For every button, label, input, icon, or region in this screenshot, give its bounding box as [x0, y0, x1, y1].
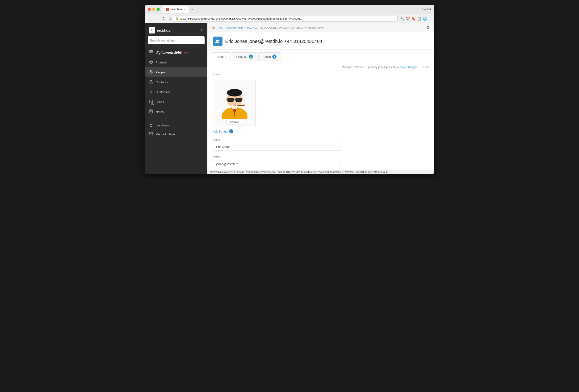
tab-favicon [166, 8, 169, 11]
email-input[interactable] [213, 160, 341, 168]
search-box[interactable] [148, 36, 205, 44]
tab-label: restdb.io [171, 8, 182, 11]
sidebar-item-people[interactable]: People 5 [145, 67, 207, 77]
tab-projects[interactable]: Projects 2 [232, 52, 257, 61]
ext-3[interactable]: 🔖 [411, 16, 416, 21]
db-name: digitalwork-89b8 [156, 51, 182, 55]
new-tab-button[interactable]: + [189, 7, 195, 12]
notes-count: 2 [151, 113, 152, 115]
main-panel: 🏠 / DIGITALWORK-89B8 / PEOPLE / ERIC JON… [207, 23, 434, 174]
contacts-label: Contacts [156, 80, 204, 84]
sidebar-item-dashboard[interactable]: ⊙ dashboard [145, 121, 207, 130]
chrome-menu-button[interactable]: ⋮ [428, 16, 432, 21]
sidebar-item-media-archive[interactable]: Media Archive [145, 130, 207, 139]
tab-tasks[interactable]: Tasks 3 [258, 52, 281, 61]
ext-2[interactable]: 📅 [406, 16, 410, 21]
sidebar-item-contacts[interactable]: Contacts 3 [145, 77, 207, 87]
dashboard-label: dashboard [156, 124, 204, 127]
minimize-button[interactable] [152, 8, 155, 11]
remove-photo-button[interactable]: remove [226, 120, 242, 125]
name-input[interactable] [213, 143, 341, 151]
close-button[interactable] [148, 8, 151, 11]
back-button[interactable]: ← [147, 16, 153, 21]
sidebar-item-leads[interactable]: Leads 15 [145, 97, 207, 107]
refresh-icon[interactable]: ↻ [201, 28, 204, 32]
meta-line: Modified 11/26/2016 (v.3) by jones@restd… [213, 65, 429, 69]
status-url: https://digitalwork-89b8.restdb.io/home/… [210, 171, 388, 173]
customers-count: 3 [151, 93, 152, 96]
app-body: r restdb.io ↻ [145, 23, 434, 174]
search-input[interactable] [150, 39, 202, 42]
logo-text: restdb.io [157, 28, 171, 32]
breadcrumb-bar: 🏠 / DIGITALWORK-89B8 / PEOPLE / ERIC JON… [207, 23, 434, 32]
svg-point-7 [150, 70, 151, 72]
ext-5[interactable]: 🌐 [423, 16, 427, 21]
extensions-bar: 🔧 📅 🔖 📋 🌐 ⋮ [400, 16, 432, 21]
ext-1[interactable]: 🔧 [400, 16, 405, 21]
url-text: https://digitalwork-89b8.restdb.io/home/… [180, 17, 391, 20]
restdb-logo: r [149, 27, 155, 33]
home-button[interactable]: ⌂ [168, 16, 172, 21]
tab-bar: restdb.io × + [163, 6, 421, 13]
tab-record[interactable]: Record [212, 52, 231, 61]
reload-button[interactable]: ↻ [161, 16, 166, 21]
modified-text: Modified 11/26/2016 (v.3) by jones@restd… [342, 65, 399, 69]
tab-close-button[interactable]: × [184, 8, 185, 11]
svg-rect-32 [236, 98, 241, 101]
svg-point-19 [218, 40, 219, 41]
svg-point-8 [151, 70, 152, 72]
svg-point-25 [227, 89, 242, 96]
breadcrumb-collection[interactable]: PEOPLE [247, 26, 257, 29]
settings-icon[interactable]: ⚙ [426, 25, 430, 30]
sidebar-item-notes[interactable]: Notes 2 [145, 107, 207, 117]
traffic-lights [148, 8, 160, 11]
tab-tasks-badge: 3 [272, 55, 277, 59]
svg-rect-16 [149, 132, 153, 135]
bookmark-icon[interactable]: ☆ [392, 17, 395, 20]
svg-rect-31 [228, 98, 233, 101]
sidebar-nav: digitalwork-89b8 pro Projects 3 People [145, 47, 207, 174]
record-content: Modified 11/26/2016 (v.3) by jones@restd… [207, 61, 434, 170]
svg-point-18 [216, 40, 218, 41]
tab-projects-badge: 2 [249, 55, 253, 59]
forward-button[interactable]: → [154, 16, 160, 21]
media-archive-icon [149, 132, 153, 136]
view-changes-link[interactable]: (view changes - JSON) [399, 65, 429, 69]
notes-label: Notes [156, 110, 204, 114]
sidebar-divider [145, 119, 207, 119]
sidebar-logo: r restdb.io ↻ [145, 23, 207, 36]
people-label: People [156, 70, 204, 74]
ext-4[interactable]: 📋 [417, 16, 422, 21]
contacts-count: 3 [151, 83, 152, 86]
db-icon [149, 50, 153, 56]
lock-icon: 🔒 [175, 17, 179, 20]
breadcrumb-sep-2: / [245, 26, 246, 29]
browser-tab[interactable]: restdb.io × [163, 6, 189, 13]
dashboard-icon: ⊙ [149, 123, 153, 128]
sidebar-item-projects[interactable]: Projects 3 [145, 57, 207, 67]
photo-label: photo [213, 73, 429, 76]
user-name: Jon Erik [421, 8, 431, 11]
record-title: Eric Jones jones@restdb.io +44 314254354… [225, 39, 322, 44]
name-field-row: name [213, 138, 429, 151]
breadcrumb-sep-1: / [217, 26, 217, 29]
email-label: email [213, 155, 429, 159]
breadcrumb: 🏠 / DIGITALWORK-89B8 / PEOPLE / ERIC JON… [212, 26, 324, 29]
record-header: Eric Jones jones@restdb.io +44 314254354… [207, 32, 434, 50]
home-icon[interactable]: 🏠 [212, 26, 216, 29]
title-bar: restdb.io × + Jon Erik [145, 5, 434, 14]
photo-box: remove [213, 80, 256, 127]
address-bar[interactable]: 🔒 https://digitalwork-89b8.restdb.io/hom… [173, 16, 397, 22]
svg-point-6 [150, 61, 152, 63]
tab-record-label: Record [217, 55, 226, 59]
photo-section: photo [213, 73, 429, 133]
svg-point-36 [243, 105, 245, 106]
upload-icon: ↑ [229, 129, 233, 133]
breadcrumb-record: ERIC JONES JONES@RESTDB.IO +44 314254354… [261, 26, 324, 29]
breadcrumb-db[interactable]: DIGITALWORK-89B8 [219, 26, 244, 29]
add-image-link[interactable]: Add image ↑ [213, 129, 429, 133]
breadcrumb-sep-3: / [259, 26, 260, 29]
sidebar-item-customers[interactable]: Customers 3 [145, 87, 207, 97]
svg-point-33 [234, 102, 235, 103]
maximize-button[interactable] [157, 8, 160, 11]
